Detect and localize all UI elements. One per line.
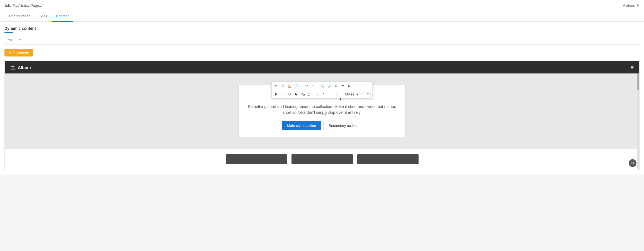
- copy-button[interactable]: ⎘: [280, 83, 286, 89]
- top-bar: Edit "App\Entity\Page..." Actions ▼: [0, 0, 644, 11]
- paste-text-button[interactable]: 📄: [294, 83, 300, 89]
- content-area: Dynamic content en fr ✎ Fullscreen 📷 Alb…: [0, 22, 644, 174]
- toolbar-separator-3: [341, 92, 341, 97]
- toolbar-row-1: ✂ ⎘ 📋 📄 ↩ ↪ 🔍 🔗 ⛓ ⚑ Ω: [271, 82, 373, 90]
- section-underline: [4, 32, 13, 33]
- bold-button[interactable]: B: [273, 92, 279, 97]
- strikethrough-button[interactable]: S: [293, 92, 299, 97]
- toolbar-separator-4: [363, 92, 363, 97]
- scrollbar[interactable]: [637, 73, 639, 170]
- camera-icon: 📷: [10, 65, 16, 70]
- tab-seo[interactable]: SEO: [35, 11, 51, 22]
- subscript-button[interactable]: X2: [300, 91, 306, 97]
- dim-button-1[interactable]: ▪: [327, 92, 333, 97]
- superscript-button[interactable]: X2: [307, 91, 313, 97]
- lang-tab-fr[interactable]: fr: [15, 36, 24, 44]
- icon-symbol: ⚙: [631, 161, 634, 165]
- preview-wrapper: 📷 Album ≡ Album example Something short …: [4, 61, 640, 170]
- italic-button[interactable]: I: [280, 92, 286, 97]
- brand-name: Album: [18, 65, 31, 70]
- cta-buttons: Main call to action Secondary action: [248, 121, 397, 130]
- find-button[interactable]: 🔍: [319, 84, 325, 88]
- cut-button[interactable]: ✂: [273, 83, 279, 89]
- toolbar-separator-1: [302, 83, 302, 88]
- remove-format-button[interactable]: Tx: [314, 91, 320, 97]
- toolbar-separator-2: [318, 83, 318, 88]
- lang-tab-en[interactable]: en: [4, 36, 15, 44]
- styles-select[interactable]: Styles: [343, 92, 360, 97]
- preview-navbar: 📷 Album ≡: [5, 61, 639, 73]
- hero-description: Something short and leading about the co…: [248, 104, 397, 115]
- bottom-card-3: [357, 154, 419, 164]
- anchor-button[interactable]: ⚑: [339, 83, 346, 89]
- hamburger-icon[interactable]: ≡: [631, 65, 634, 70]
- styles-arrow: ▾: [360, 93, 362, 96]
- blockquote-button[interactable]: ❝: [320, 92, 326, 97]
- paste-button[interactable]: 📋: [286, 83, 293, 89]
- cta-secondary-button[interactable]: Secondary action: [323, 121, 362, 130]
- underline-button[interactable]: U: [286, 92, 293, 97]
- dim-button-2[interactable]: ▪: [334, 92, 340, 97]
- toolbar-row-2: B I U S X2 X2 Tx ❝ ▪ ▪ Styles ▾ ?: [271, 90, 373, 98]
- tabs-bar: Configuration SEO Content: [0, 11, 644, 22]
- navbar-brand: 📷 Album: [10, 65, 31, 70]
- undo-button[interactable]: ↩: [303, 83, 310, 89]
- tab-configuration[interactable]: Configuration: [4, 11, 35, 22]
- bottom-card-1: [226, 154, 287, 164]
- special-chars-button[interactable]: Ω: [346, 83, 352, 89]
- section-title: Dynamic content: [4, 26, 640, 31]
- tab-content[interactable]: Content: [52, 11, 73, 22]
- actions-label: Actions: [623, 3, 635, 8]
- fullscreen-button[interactable]: ✎ Fullscreen: [4, 49, 33, 56]
- redo-button[interactable]: ↪: [310, 83, 316, 89]
- rich-text-toolbar: ✂ ⎘ 📋 📄 ↩ ↪ 🔍 🔗 ⛓ ⚑ Ω B I: [271, 82, 373, 99]
- bottom-right-icon: ⚙: [629, 159, 636, 167]
- bottom-card-2: [291, 154, 353, 164]
- preview-hero: Album example Something short and leadin…: [5, 73, 639, 148]
- link-button[interactable]: 🔗: [326, 84, 332, 88]
- scroll-thumb[interactable]: [637, 73, 639, 90]
- language-tabs: en fr: [4, 36, 640, 45]
- unlink-button[interactable]: ⛓: [333, 84, 339, 88]
- preview-bottom-section: [5, 148, 639, 170]
- actions-menu[interactable]: Actions ▼: [623, 3, 640, 8]
- cta-primary-button[interactable]: Main call to action: [282, 121, 321, 130]
- actions-arrow-icon: ▼: [636, 3, 640, 8]
- help-button[interactable]: ?: [365, 92, 371, 97]
- page-title: Edit "App\Entity\Page...": [4, 3, 43, 8]
